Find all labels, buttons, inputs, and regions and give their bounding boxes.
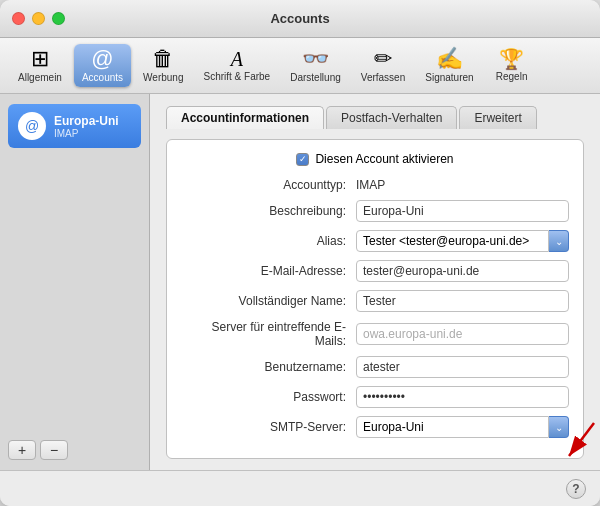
account-name: Europa-Uni (54, 114, 119, 128)
input-smtp[interactable] (356, 416, 549, 438)
activate-label: Diesen Account aktivieren (315, 152, 453, 166)
toolbar-label-accounts: Accounts (82, 72, 123, 83)
input-server[interactable] (356, 323, 569, 345)
svg-line-1 (569, 423, 594, 456)
window-title: Accounts (270, 11, 329, 26)
form-row-email: E-Mail-Adresse: (181, 260, 569, 282)
add-account-button[interactable]: + (8, 440, 36, 460)
toolbar-item-darstellung[interactable]: 👓 Darstellung (282, 44, 349, 87)
tab-postfach[interactable]: Postfach-Verhalten (326, 106, 457, 129)
toolbar-label-verfassen: Verfassen (361, 72, 405, 83)
input-passwort[interactable] (356, 386, 569, 408)
tab-accountinfo[interactable]: Accountinformationen (166, 106, 324, 129)
minimize-button[interactable] (32, 12, 45, 25)
sidebar: @ Europa-Uni IMAP + − (0, 94, 150, 470)
close-button[interactable] (12, 12, 25, 25)
input-alias[interactable] (356, 230, 549, 252)
toolbar-item-schrift[interactable]: A Schrift & Farbe (195, 45, 278, 86)
content-area: Accountinformationen Postfach-Verhalten … (150, 94, 600, 470)
toolbar-label-allgemein: Allgemein (18, 72, 62, 83)
toolbar-item-verfassen[interactable]: ✏ Verfassen (353, 44, 413, 87)
toolbar-label-signaturen: Signaturen (425, 72, 473, 83)
label-alias: Alias: (181, 234, 356, 248)
main-content: @ Europa-Uni IMAP + − Accountinformation… (0, 94, 600, 470)
tab-erweitert[interactable]: Erweitert (459, 106, 536, 129)
grid-icon: ⊞ (31, 48, 49, 70)
account-list-item[interactable]: @ Europa-Uni IMAP (8, 104, 141, 148)
label-benutzername: Benutzername: (181, 360, 356, 374)
pencil-icon: ✏ (374, 48, 392, 70)
input-email[interactable] (356, 260, 569, 282)
account-type: IMAP (54, 128, 119, 139)
form-section: ✓ Diesen Account aktivieren Accounttyp: … (166, 139, 584, 459)
label-name: Vollständiger Name: (181, 294, 356, 308)
checkmark-icon: ✓ (299, 155, 307, 164)
font-icon: A (231, 49, 243, 69)
value-accounttyp: IMAP (356, 178, 385, 192)
tab-bar: Accountinformationen Postfach-Verhalten … (166, 106, 584, 129)
label-passwort: Passwort: (181, 390, 356, 404)
alias-field-group: ⌄ (356, 230, 569, 252)
input-beschreibung[interactable] (356, 200, 569, 222)
toolbar-item-regeln[interactable]: 🏆 Regeln (486, 45, 538, 86)
sidebar-footer: + − (8, 440, 141, 460)
maximize-button[interactable] (52, 12, 65, 25)
toolbar-label-darstellung: Darstellung (290, 72, 341, 83)
account-icon: @ (18, 112, 46, 140)
form-row-accounttyp: Accounttyp: IMAP (181, 178, 569, 192)
form-row-passwort: Passwort: (181, 386, 569, 408)
toolbar-item-werbung[interactable]: 🗑 Werbung (135, 44, 191, 87)
at-icon: @ (91, 48, 113, 70)
form-row-name: Vollständiger Name: (181, 290, 569, 312)
form-row-smtp: SMTP-Server: ⌄ (181, 416, 569, 438)
toolbar-item-signaturen[interactable]: ✍ Signaturen (417, 44, 481, 87)
rules-icon: 🏆 (499, 49, 524, 69)
toolbar-item-accounts[interactable]: @ Accounts (74, 44, 131, 87)
signature-icon: ✍ (436, 48, 463, 70)
activate-row: ✓ Diesen Account aktivieren (181, 152, 569, 166)
smtp-field-group: ⌄ (356, 416, 569, 438)
alias-dropdown-button[interactable]: ⌄ (549, 230, 569, 252)
remove-account-button[interactable]: − (40, 440, 68, 460)
trash-icon: 🗑 (152, 48, 174, 70)
bottom-bar: ? (0, 470, 600, 506)
label-smtp: SMTP-Server: (181, 420, 356, 434)
label-beschreibung: Beschreibung: (181, 204, 356, 218)
main-window: Accounts ⊞ Allgemein @ Accounts 🗑 Werbun… (0, 0, 600, 506)
label-accounttyp: Accounttyp: (181, 178, 356, 192)
toolbar: ⊞ Allgemein @ Accounts 🗑 Werbung A Schri… (0, 38, 600, 94)
label-server: Server für eintreffende E-Mails: (181, 320, 356, 348)
toolbar-label-schrift: Schrift & Farbe (203, 71, 270, 82)
input-benutzername[interactable] (356, 356, 569, 378)
label-email: E-Mail-Adresse: (181, 264, 356, 278)
smtp-dropdown-button[interactable]: ⌄ (549, 416, 569, 438)
input-name[interactable] (356, 290, 569, 312)
titlebar: Accounts (0, 0, 600, 38)
account-info: Europa-Uni IMAP (54, 114, 119, 139)
traffic-lights (12, 12, 65, 25)
toolbar-item-allgemein[interactable]: ⊞ Allgemein (10, 44, 70, 87)
form-row-server: Server für eintreffende E-Mails: (181, 320, 569, 348)
form-row-benutzername: Benutzername: (181, 356, 569, 378)
toolbar-label-regeln: Regeln (496, 71, 528, 82)
form-row-beschreibung: Beschreibung: (181, 200, 569, 222)
toolbar-label-werbung: Werbung (143, 72, 183, 83)
activate-checkbox[interactable]: ✓ (296, 153, 309, 166)
glasses-icon: 👓 (302, 48, 329, 70)
form-row-alias: Alias: ⌄ (181, 230, 569, 252)
help-button[interactable]: ? (566, 479, 586, 499)
